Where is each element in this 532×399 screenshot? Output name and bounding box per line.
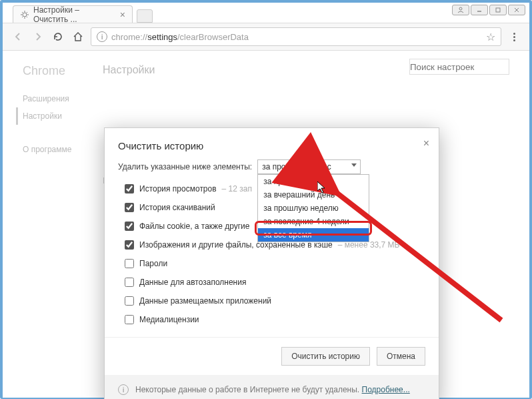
clear-button[interactable]: Очистить историю — [281, 347, 370, 366]
checkbox-row[interactable]: Пароли — [118, 254, 425, 273]
dialog-close-button[interactable]: × — [423, 137, 429, 149]
browser-window: Настройки – Очистить ... × i chrome://se… — [0, 0, 532, 399]
checkbox-label: Данные размещаемых приложений — [139, 296, 271, 306]
option-hour[interactable]: за прошедший час — [258, 175, 369, 188]
checkbox-label: Медиалицензии — [139, 315, 199, 324]
checkbox[interactable] — [125, 296, 134, 306]
checkbox[interactable] — [125, 222, 134, 231]
reload-button[interactable] — [51, 29, 65, 44]
checkbox[interactable] — [125, 184, 134, 193]
time-range-label: Удалить указанные ниже элементы: — [118, 162, 252, 171]
maximize-button[interactable] — [489, 5, 507, 15]
user-icon[interactable] — [452, 5, 469, 15]
checkbox-hint: – 12 зап — [222, 184, 252, 193]
svg-line-10 — [22, 12, 23, 13]
clear-history-dialog: Очистить историю × Удалить указанные ниж… — [104, 127, 439, 399]
menu-button[interactable] — [507, 33, 521, 41]
bookmark-star-icon[interactable]: ☆ — [486, 31, 495, 43]
svg-point-0 — [459, 7, 462, 10]
checkbox-label: Данные для автозаполнения — [139, 278, 246, 287]
site-info-icon[interactable]: i — [97, 31, 107, 42]
window-controls — [452, 3, 529, 16]
dialog-header: Очистить историю × — [105, 128, 439, 157]
option-day[interactable]: за вчерашний день — [258, 188, 369, 202]
svg-line-13 — [27, 12, 27, 13]
toolbar: i chrome://settings/clearBrowserData ☆ — [3, 23, 529, 51]
time-range-select[interactable]: за прошедший час — [257, 159, 361, 174]
tab-title: Настройки – Очистить ... — [33, 5, 116, 24]
svg-line-12 — [22, 17, 23, 17]
cancel-button[interactable]: Отмена — [377, 347, 425, 366]
info-icon: i — [118, 384, 129, 395]
tab-bar: Настройки – Очистить ... × — [3, 3, 529, 23]
tab-settings[interactable]: Настройки – Очистить ... × — [13, 5, 133, 23]
close-window-button[interactable] — [508, 5, 525, 15]
checkbox-label: Пароли — [139, 259, 167, 268]
dialog-footer: Очистить историю Отмена — [105, 337, 439, 375]
time-range-row: Удалить указанные ниже элементы: за прош… — [118, 159, 425, 174]
chevron-down-icon — [351, 163, 357, 167]
option-all-time[interactable]: за все время — [258, 228, 369, 242]
checkbox-row[interactable]: Данные размещаемых приложений — [118, 292, 425, 310]
info-link[interactable]: Подробнее... — [362, 385, 410, 394]
back-button[interactable] — [11, 29, 25, 44]
new-tab-button[interactable] — [137, 9, 153, 23]
gear-icon — [20, 10, 29, 19]
checkbox[interactable] — [125, 259, 134, 268]
select-value: за прошедший час — [262, 162, 331, 171]
url-text: chrome://settings/clearBrowserData — [111, 32, 249, 42]
checkbox[interactable] — [125, 203, 134, 212]
address-bar[interactable]: i chrome://settings/clearBrowserData ☆ — [91, 27, 501, 46]
forward-button[interactable] — [31, 29, 45, 44]
checkbox-label: Файлы cookie, а также другие — [139, 222, 249, 231]
checkbox-label: История скачиваний — [139, 203, 215, 212]
info-text: Некоторые данные о работе в Интернете не… — [135, 385, 410, 394]
checkbox[interactable] — [125, 240, 134, 250]
dialog-title: Очистить историю — [118, 140, 203, 151]
dialog-info-bar: i Некоторые данные о работе в Интернете … — [105, 375, 439, 399]
checkbox-row[interactable]: Медиалицензии — [118, 310, 425, 329]
tab-close-icon[interactable]: × — [120, 9, 125, 20]
checkbox[interactable] — [125, 315, 134, 324]
time-range-dropdown: за прошедший час за вчерашний день за пр… — [257, 174, 369, 242]
svg-line-11 — [27, 17, 27, 17]
dialog-body: Удалить указанные ниже элементы: за прош… — [105, 157, 439, 337]
checkbox-row[interactable]: Данные для автозаполнения — [118, 273, 425, 292]
checkbox-label: История просмотров — [139, 184, 217, 193]
checkbox[interactable] — [125, 278, 134, 287]
svg-point-5 — [23, 13, 27, 17]
option-4weeks[interactable]: за последние 4 недели — [258, 215, 369, 228]
svg-rect-2 — [496, 8, 500, 12]
minimize-button[interactable] — [471, 5, 488, 15]
page-content: Chrome Расширения Настройки О программе … — [3, 51, 529, 398]
home-button[interactable] — [71, 29, 85, 44]
option-week[interactable]: за прошлую неделю — [258, 202, 369, 215]
